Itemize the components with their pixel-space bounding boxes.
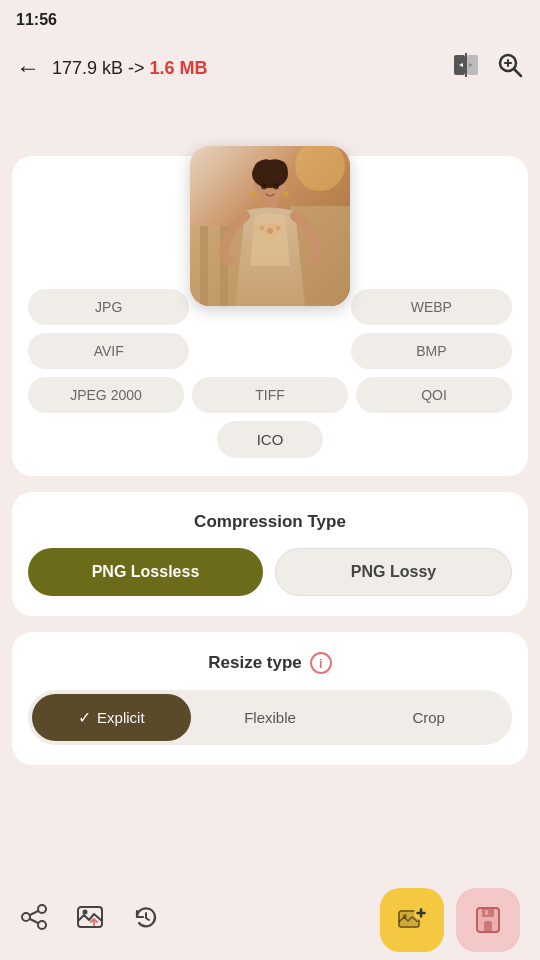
format-row-2: AVIF BMP	[28, 333, 512, 369]
original-size: 177.9 kB	[52, 58, 123, 78]
history-icon[interactable]	[132, 903, 160, 938]
resize-title: Resize type	[208, 653, 302, 673]
zoom-icon[interactable]	[496, 51, 524, 85]
share-icon[interactable]	[20, 903, 48, 938]
preview-image	[190, 146, 350, 306]
header: ← 177.9 kB -> 1.6 MB	[0, 40, 540, 96]
svg-point-25	[38, 905, 46, 913]
arrow-indicator: ->	[128, 58, 150, 78]
svg-point-26	[22, 913, 30, 921]
compare-icon[interactable]	[452, 51, 480, 85]
format-webp-button[interactable]: WEBP	[351, 289, 512, 325]
svg-rect-41	[484, 921, 492, 932]
svg-line-29	[30, 919, 38, 923]
format-tiff-button[interactable]: TIFF	[192, 377, 348, 413]
back-button[interactable]: ←	[16, 54, 40, 82]
svg-point-22	[273, 183, 279, 190]
resize-explicit-label: Explicit	[97, 709, 145, 726]
svg-rect-12	[200, 226, 208, 306]
bottom-toolbar	[0, 880, 540, 960]
svg-point-18	[267, 228, 273, 234]
svg-point-27	[38, 921, 46, 929]
resize-explicit-button[interactable]: ✓ Explicit	[32, 694, 191, 741]
compression-card: Compression Type PNG Lossless PNG Lossy	[12, 492, 528, 616]
checkmark-icon: ✓	[78, 708, 91, 727]
svg-line-6	[514, 69, 521, 76]
format-bmp-button[interactable]: BMP	[351, 333, 512, 369]
toolbar-right	[380, 888, 520, 952]
compression-title: Compression Type	[28, 512, 512, 532]
format-avif-button[interactable]: AVIF	[28, 333, 189, 369]
compression-options: PNG Lossless PNG Lossy	[28, 548, 512, 596]
compression-lossless-button[interactable]: PNG Lossless	[28, 548, 263, 596]
toolbar-left	[20, 903, 380, 938]
status-time: 11:56	[16, 11, 57, 29]
svg-point-23	[252, 192, 257, 197]
format-jpeg2000-button[interactable]: JPEG 2000	[28, 377, 184, 413]
image-preview	[190, 146, 350, 306]
svg-point-21	[261, 183, 267, 190]
header-actions	[452, 51, 524, 85]
format-qoi-button[interactable]: QOI	[356, 377, 512, 413]
status-bar: 11:56	[0, 0, 540, 40]
resize-options: ✓ Explicit Flexible Crop	[28, 690, 512, 745]
svg-rect-42	[485, 910, 488, 915]
format-jpg-button[interactable]: JPG	[28, 289, 189, 325]
format-card: Image Format JPG WEBP AVIF BMP JPEG 2000	[12, 156, 528, 476]
svg-point-19	[260, 226, 264, 230]
image-icon[interactable]	[76, 903, 104, 938]
format-grid: JPG WEBP AVIF BMP JPEG 2000 TIFF QOI	[28, 289, 512, 458]
main-content: Image Format JPG WEBP AVIF BMP JPEG 2000	[0, 96, 540, 880]
converted-size: 1.6 MB	[150, 58, 208, 78]
format-ico-button[interactable]: ICO	[217, 421, 324, 458]
add-image-button[interactable]	[380, 888, 444, 952]
format-row-4: ICO	[28, 421, 512, 458]
resize-flexible-button[interactable]: Flexible	[191, 694, 350, 741]
resize-card: Resize type i ✓ Explicit Flexible Crop	[12, 632, 528, 765]
svg-line-28	[30, 911, 38, 915]
svg-point-20	[276, 226, 280, 230]
svg-point-24	[284, 192, 289, 197]
format-row-3: JPEG 2000 TIFF QOI	[28, 377, 512, 413]
svg-point-31	[83, 909, 88, 914]
compression-lossy-button[interactable]: PNG Lossy	[275, 548, 512, 596]
save-button[interactable]	[456, 888, 520, 952]
resize-info-icon[interactable]: i	[310, 652, 332, 674]
size-info: 177.9 kB -> 1.6 MB	[52, 58, 440, 79]
resize-crop-button[interactable]: Crop	[349, 694, 508, 741]
resize-title-row: Resize type i	[28, 652, 512, 674]
